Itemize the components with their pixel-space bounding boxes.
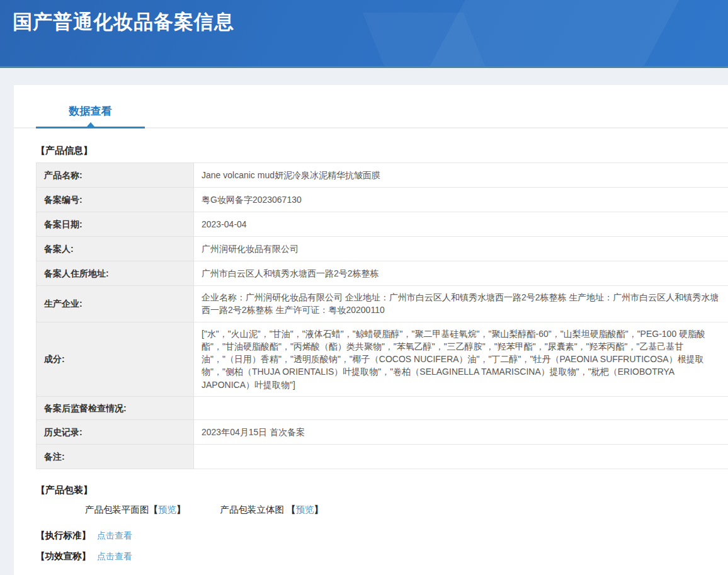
packaging-flat-label: 产品包装平面图 — [85, 504, 149, 515]
execution-standard-view-link[interactable]: 点击查看 — [97, 530, 132, 542]
tab-active-arrow-icon — [87, 122, 94, 127]
table-row: 产品名称: Jane volcanic mud妍泥冷泉冰泥精华抗皱面膜 — [37, 163, 728, 188]
row-label: 备案后监督检查情况: — [37, 397, 194, 420]
row-label: 备案人: — [37, 237, 194, 261]
table-row: 成分: ["水"，"火山泥"，"甘油"，"液体石蜡"，"鲸蜡硬脂醇"，"聚二甲基… — [37, 322, 728, 396]
content-card: 数据查看 【产品信息】 产品名称: Jane volcanic mud妍泥冷泉冰… — [14, 85, 728, 575]
row-label: 生产企业: — [37, 286, 194, 322]
table-row: 历史记录: 2023年04月15日 首次备案 — [37, 420, 728, 445]
packaging-preview-line: 产品包装平面图【预览】 产品包装立体图 【预览】 — [85, 504, 728, 516]
execution-standard-label: 【执行标准】 — [36, 530, 91, 542]
table-row: 生产企业: 企业名称：广州润研化妆品有限公司 企业地址：广州市白云区人和镇秀水塘… — [37, 286, 728, 322]
tab-active-underline — [36, 127, 145, 128]
tab-data-view[interactable]: 数据查看 — [36, 104, 145, 127]
bracket-close: 】 — [176, 504, 186, 515]
efficacy-claim-label: 【功效宣称】 — [36, 550, 91, 562]
table-row: 备案人住所地址: 广州市白云区人和镇秀水塘西一路2号2栋整栋 — [37, 261, 728, 286]
row-value: 广州润研化妆品有限公司 — [194, 237, 728, 261]
row-value: 企业名称：广州润研化妆品有限公司 企业地址：广州市白云区人和镇秀水塘西一路2号2… — [194, 286, 728, 322]
product-info-table: 产品名称: Jane volcanic mud妍泥冷泉冰泥精华抗皱面膜 备案编号… — [36, 162, 728, 469]
tab-data-view-label: 数据查看 — [69, 105, 112, 117]
row-value: 2023年04月15日 首次备案 — [194, 420, 728, 445]
product-info-section-title: 【产品信息】 — [36, 145, 728, 157]
packaging-stereo-preview-link[interactable]: 预览 — [296, 504, 314, 515]
row-value: 2023-04-04 — [194, 212, 728, 237]
row-value: Jane volcanic mud妍泥冷泉冰泥精华抗皱面膜 — [194, 163, 728, 188]
tab-bar: 数据查看 — [14, 85, 728, 128]
row-label: 备案人住所地址: — [37, 261, 194, 286]
packaging-flat-preview-link[interactable]: 预览 — [158, 504, 176, 515]
page-header: 国产普通化妆品备案信息 — [0, 0, 728, 68]
execution-standard-line: 【执行标准】 点击查看 — [36, 530, 728, 542]
packaging-section-title: 【产品包装】 — [36, 484, 728, 496]
table-row: 备案日期: 2023-04-04 — [37, 212, 728, 237]
table-row: 备案后监督检查情况: — [37, 397, 728, 420]
table-row: 备案编号: 粤G妆网备字2023067130 — [37, 188, 728, 212]
row-label: 备案日期: — [37, 212, 194, 237]
efficacy-claim-line: 【功效宣称】 点击查看 — [36, 550, 728, 562]
packaging-flat-item: 产品包装平面图【预览】 — [85, 504, 186, 516]
row-value: 广州市白云区人和镇秀水塘西一路2号2栋整栋 — [194, 261, 728, 286]
efficacy-claim-view-link[interactable]: 点击查看 — [97, 551, 132, 562]
row-value: ["水"，"火山泥"，"甘油"，"液体石蜡"，"鲸蜡硬脂醇"，"聚二甲基硅氧烷"… — [194, 322, 728, 396]
table-row: 备注: — [37, 445, 728, 469]
row-label: 成分: — [37, 322, 194, 396]
page-title: 国产普通化妆品备案信息 — [0, 0, 728, 35]
row-value: 粤G妆网备字2023067130 — [194, 188, 728, 212]
bracket-close: 】 — [314, 504, 324, 515]
packaging-stereo-label: 产品包装立体图 — [220, 504, 285, 515]
row-label: 历史记录: — [37, 420, 194, 445]
row-label: 产品名称: — [37, 163, 194, 188]
bracket-open: 【 — [287, 504, 296, 515]
bracket-open: 【 — [149, 504, 159, 515]
table-row: 备案人: 广州润研化妆品有限公司 — [37, 237, 728, 261]
row-value — [194, 397, 728, 420]
packaging-stereo-item: 产品包装立体图 【预览】 — [220, 504, 324, 516]
row-value — [194, 445, 728, 469]
row-label: 备案编号: — [37, 188, 194, 212]
row-label: 备注: — [37, 445, 194, 469]
